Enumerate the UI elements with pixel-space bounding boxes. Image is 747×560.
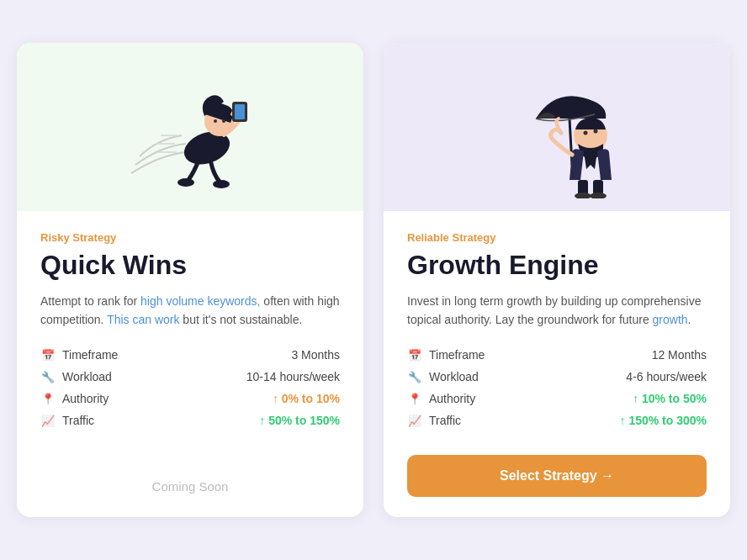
calendar-icon-1: 📅 <box>40 347 56 362</box>
svg-point-9 <box>584 130 588 135</box>
metric-row-workload-1: 🔧 Workload 10-14 hours/week <box>40 369 340 384</box>
growth-desc-highlight: growth <box>653 313 688 326</box>
metric-row-timeframe-2: 📅 Timeframe 12 Months <box>407 347 707 362</box>
growth-engine-strategy-label: Reliable Strategy <box>407 231 707 244</box>
select-strategy-button[interactable]: Select Strategy → <box>407 455 707 497</box>
workload-label-2: Workload <box>429 370 479 383</box>
quick-wins-title: Quick Wins <box>40 251 340 280</box>
traffic-value-1: ↑ 50% to 150% <box>259 414 340 427</box>
traffic-label-2: Traffic <box>429 414 461 427</box>
workload-value-1: 10-14 hours/week <box>246 370 340 383</box>
svg-point-3 <box>222 119 225 123</box>
growth-engine-card: Reliable Strategy Growth Engine Invest i… <box>384 43 730 518</box>
quick-wins-description: Attempt to rank for high volume keywords… <box>40 292 340 330</box>
authority-icon-2: 📍 <box>407 391 422 406</box>
traffic-icon-2: 📈 <box>407 413 422 428</box>
quick-wins-desc-highlight2: This can work <box>107 313 179 326</box>
cards-container: Risky Strategy Quick Wins Attempt to ran… <box>17 43 730 518</box>
growth-engine-body: Reliable Strategy Growth Engine Invest i… <box>384 211 730 518</box>
quick-wins-footer: Coming Soon <box>40 462 340 497</box>
svg-point-7 <box>213 180 230 188</box>
svg-point-2 <box>214 119 217 123</box>
quick-wins-metrics: 📅 Timeframe 3 Months 🔧 Workload 10-14 ho… <box>40 347 340 428</box>
workload-icon-1: 🔧 <box>40 369 56 384</box>
growth-engine-metrics: 📅 Timeframe 12 Months 🔧 Workload 4-6 hou… <box>407 347 707 428</box>
quick-wins-card: Risky Strategy Quick Wins Attempt to ran… <box>17 43 363 518</box>
growth-engine-illustration-bg <box>384 43 730 211</box>
quick-wins-body: Risky Strategy Quick Wins Attempt to ran… <box>17 211 363 518</box>
metric-row-traffic-1: 📈 Traffic ↑ 50% to 150% <box>40 413 340 428</box>
timeframe-value-1: 3 Months <box>291 348 340 362</box>
quick-wins-desc-highlight1: high volume keywords, <box>140 294 260 308</box>
growth-engine-footer: Select Strategy → <box>407 448 707 497</box>
svg-point-14 <box>590 193 607 198</box>
svg-rect-5 <box>235 104 245 119</box>
growth-engine-description: Invest in long term growth by building u… <box>407 292 707 330</box>
traffic-icon-1: 📈 <box>40 413 56 428</box>
metric-row-timeframe-1: 📅 Timeframe 3 Months <box>40 347 340 362</box>
svg-point-6 <box>177 178 194 187</box>
growth-engine-title: Growth Engine <box>407 251 707 280</box>
timeframe-label-2: Timeframe <box>429 348 485 362</box>
metric-row-workload-2: 🔧 Workload 4-6 hours/week <box>407 369 707 384</box>
authority-label-1: Authority <box>62 392 109 405</box>
growth-engine-illustration <box>481 55 633 198</box>
authority-value-1: ↑ 0% to 10% <box>273 392 340 405</box>
calendar-icon-2: 📅 <box>407 347 422 362</box>
authority-icon-1: 📍 <box>40 391 56 406</box>
coming-soon-text: Coming Soon <box>40 469 340 497</box>
workload-value-2: 4-6 hours/week <box>626 370 707 383</box>
quick-wins-illustration <box>114 55 266 198</box>
svg-point-10 <box>594 129 598 133</box>
authority-value-2: ↑ 10% to 50% <box>633 392 707 405</box>
metric-row-authority-1: 📍 Authority ↑ 0% to 10% <box>40 391 340 406</box>
metric-row-traffic-2: 📈 Traffic ↑ 150% to 300% <box>407 413 707 428</box>
quick-wins-strategy-label: Risky Strategy <box>40 231 340 244</box>
traffic-label-1: Traffic <box>62 414 94 427</box>
workload-icon-2: 🔧 <box>407 369 422 384</box>
traffic-value-2: ↑ 150% to 300% <box>620 414 707 427</box>
authority-label-2: Authority <box>429 392 475 405</box>
timeframe-value-2: 12 Months <box>652 348 707 362</box>
svg-point-13 <box>575 193 591 198</box>
quick-wins-illustration-bg <box>17 43 363 211</box>
timeframe-label-1: Timeframe <box>62 348 118 362</box>
metric-row-authority-2: 📍 Authority ↑ 10% to 50% <box>407 391 707 406</box>
workload-label-1: Workload <box>62 370 112 383</box>
